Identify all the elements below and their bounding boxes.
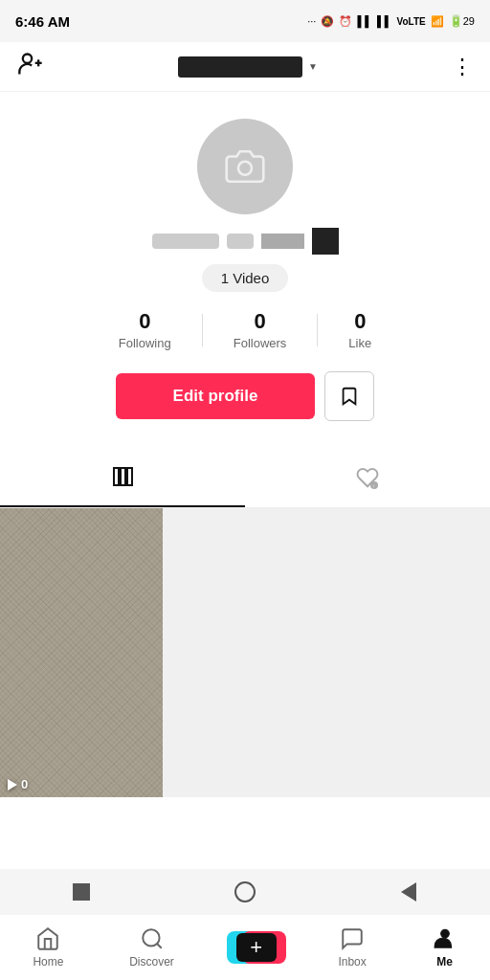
- nav-discover-label: Discover: [129, 955, 174, 969]
- nav-discover[interactable]: Discover: [120, 926, 184, 969]
- add-user-button[interactable]: [17, 51, 44, 83]
- back-icon: [401, 882, 416, 902]
- bookmark-button[interactable]: [324, 371, 374, 421]
- wifi-icon: 📶: [431, 15, 444, 28]
- plus-white-bg: +: [236, 933, 277, 962]
- alarm-icon: ⏰: [339, 15, 352, 28]
- home-button[interactable]: [232, 879, 258, 905]
- battery-icon: 🔋29: [449, 14, 475, 28]
- lte-icon: VoLTE: [397, 16, 426, 27]
- username-block-3: [261, 234, 304, 249]
- action-row: Edit profile: [116, 371, 375, 421]
- edit-profile-button[interactable]: Edit profile: [116, 373, 316, 419]
- svg-rect-4: [114, 468, 119, 485]
- back-button[interactable]: [395, 879, 422, 905]
- followers-label: Followers: [234, 336, 287, 350]
- svg-point-0: [23, 54, 32, 62]
- liked-icon: ↑: [356, 466, 379, 495]
- bookmark-icon: [339, 386, 360, 407]
- status-time: 6:46 AM: [15, 13, 70, 30]
- create-button[interactable]: +: [231, 929, 282, 966]
- signal-bars: ▌▌: [357, 15, 372, 27]
- recent-apps-button[interactable]: [68, 879, 95, 905]
- video-play-count: 0: [8, 777, 28, 791]
- status-icons: ··· 🔕 ⏰ ▌▌ ▌▌ VoLTE 📶 🔋29: [307, 14, 475, 28]
- likes-label: Like: [348, 336, 371, 350]
- tab-grid[interactable]: [0, 454, 245, 507]
- main-content: 1 Video 0 Following 0 Followers 0 Like E…: [0, 92, 490, 922]
- video-thumbnail[interactable]: 0: [0, 508, 163, 797]
- home-icon: [35, 926, 60, 951]
- profile-section: 1 Video 0 Following 0 Followers 0 Like E…: [0, 92, 490, 448]
- username-block-2: [227, 234, 254, 249]
- video-grid: 0: [0, 508, 490, 797]
- top-navigation: ▼ ⋮: [0, 42, 490, 92]
- nav-home-label: Home: [33, 955, 63, 969]
- search-icon: [140, 926, 165, 951]
- play-icon: [8, 779, 17, 791]
- svg-line-10: [157, 944, 162, 948]
- plus-btn-container: +: [231, 929, 282, 966]
- nav-items: Home Discover + Inbox: [0, 915, 490, 980]
- likes-stat[interactable]: 0 Like: [318, 309, 402, 350]
- status-bar: 6:46 AM ··· 🔕 ⏰ ▌▌ ▌▌ VoLTE 📶 🔋29: [0, 0, 490, 42]
- system-nav-bar: [0, 869, 490, 915]
- profile-tabs: ↑: [0, 454, 490, 508]
- username-dropdown[interactable]: ▼: [178, 56, 318, 78]
- inbox-icon: [340, 926, 365, 951]
- signal-dots: ···: [307, 15, 316, 27]
- tab-liked[interactable]: ↑: [245, 454, 490, 507]
- following-label: Following: [119, 336, 171, 350]
- nav-me-label: Me: [436, 955, 453, 969]
- svg-text:↑: ↑: [372, 483, 375, 489]
- video-preview-image: [0, 508, 163, 797]
- dropdown-arrow-icon: ▼: [308, 61, 318, 72]
- nav-home[interactable]: Home: [23, 926, 73, 969]
- svg-rect-6: [127, 468, 132, 485]
- username-placeholder: [152, 228, 339, 255]
- camera-icon: [225, 146, 265, 187]
- following-stat[interactable]: 0 Following: [88, 309, 202, 350]
- username-block-1: [152, 234, 219, 249]
- svg-point-11: [440, 929, 449, 938]
- recent-icon: [73, 883, 90, 901]
- following-count: 0: [139, 309, 150, 334]
- avatar: [197, 119, 293, 214]
- grid-icon: [111, 465, 134, 494]
- username-display: [178, 56, 302, 78]
- home-circle-icon: [234, 881, 256, 902]
- nav-me[interactable]: Me: [423, 926, 467, 969]
- svg-rect-5: [121, 468, 125, 485]
- username-block-4: [312, 228, 339, 255]
- followers-count: 0: [254, 309, 265, 334]
- svg-point-9: [143, 929, 159, 946]
- stats-row: 0 Following 0 Followers 0 Like: [15, 309, 475, 350]
- mute-icon: 🔕: [321, 15, 334, 28]
- bottom-navigation: Home Discover + Inbox: [0, 914, 490, 980]
- likes-count: 0: [354, 309, 366, 334]
- profile-icon: [433, 926, 457, 951]
- svg-point-3: [238, 162, 252, 175]
- more-options-button[interactable]: ⋮: [452, 55, 473, 79]
- video-count-badge: 1 Video: [202, 264, 289, 292]
- plus-icon: +: [250, 937, 262, 958]
- followers-stat[interactable]: 0 Followers: [203, 309, 318, 350]
- nav-inbox[interactable]: Inbox: [328, 926, 375, 969]
- signal-bars2: ▌▌: [377, 15, 392, 27]
- nav-inbox-label: Inbox: [338, 955, 366, 969]
